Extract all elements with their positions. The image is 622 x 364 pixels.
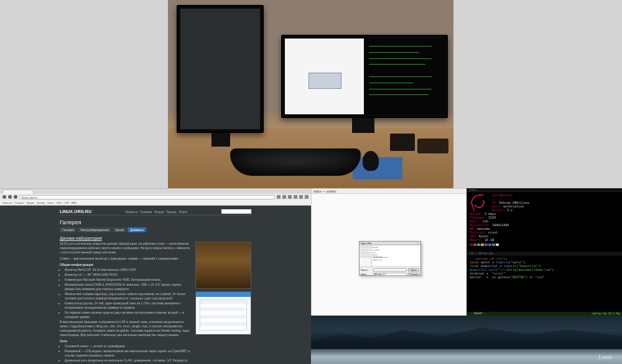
file-item[interactable]: setup.py bbox=[373, 258, 420, 260]
open-button[interactable]: Open bbox=[408, 268, 419, 271]
post-title[interactable]: Дачная лаборатория bbox=[60, 236, 251, 240]
back-icon[interactable] bbox=[2, 195, 6, 199]
terminal-editor[interactable]: vim — config.lua -- awesome wm configloc… bbox=[466, 252, 622, 316]
photo-pane-terminal bbox=[365, 39, 444, 114]
section-tab[interactable]: Галерея bbox=[60, 227, 77, 232]
terminal-neofetch[interactable]: urxvt user@debian-----------OS: Debian G… bbox=[466, 188, 622, 252]
desk-photo bbox=[168, 0, 453, 188]
bookmark-item[interactable]: Форум bbox=[27, 201, 34, 204]
extension-icon[interactable] bbox=[282, 195, 286, 199]
bookmark-item[interactable]: FAQ bbox=[72, 201, 77, 204]
photo-monitor-ultrawide-screen bbox=[285, 39, 444, 114]
nav-link[interactable]: Трекер bbox=[166, 210, 176, 214]
article-thumbnails bbox=[195, 242, 251, 364]
file-item[interactable]: src bbox=[373, 251, 420, 253]
terminal-titlebar[interactable]: vim — config.lua bbox=[467, 252, 622, 255]
article-text: 18.01.xxxx состоялось открытие дачной ла… bbox=[60, 242, 192, 364]
photo-pane-white bbox=[285, 39, 364, 114]
file-open-dialog: Open File × build config src tests READM… bbox=[359, 241, 421, 276]
list-item: Домашняя сеть разделена на несколько VLA… bbox=[65, 358, 192, 364]
paragraph: В вертикальном браузере отображается LOR… bbox=[60, 320, 192, 337]
bookmark-item[interactable]: Новости bbox=[2, 201, 12, 204]
list-item: Монитор LG — 34" 3440×1440 PIXIO bbox=[65, 273, 192, 277]
list-item: Коммутатор роутер, 2× wifi, один проводн… bbox=[65, 301, 192, 310]
file-item[interactable]: README.md bbox=[373, 256, 420, 258]
bookmark-item[interactable]: LOR bbox=[64, 201, 69, 204]
photo-keyboard bbox=[230, 148, 361, 176]
photo-stand-ultrawide bbox=[352, 118, 374, 133]
close-icon[interactable]: × bbox=[415, 242, 419, 245]
filter-label: Filter: bbox=[361, 273, 372, 276]
dialog-file-list[interactable]: build config src tests README.md setup.p… bbox=[372, 245, 420, 266]
menu-icon[interactable] bbox=[305, 195, 309, 199]
paragraph: 18.01.xxxx состоялось открытие дачной ла… bbox=[60, 242, 192, 255]
forward-icon[interactable] bbox=[8, 195, 12, 199]
photo-stand-portrait bbox=[211, 133, 230, 147]
neofetch-line: Memory: 16 GB bbox=[470, 238, 620, 242]
editor-titlebar[interactable]: editor — untitled bbox=[312, 189, 466, 194]
browser-chrome: linux.org.ru Новости Галерея Форум Треке… bbox=[0, 189, 311, 206]
editor-window: editor — untitled Open File × build conf… bbox=[311, 188, 466, 316]
debian-logo-icon bbox=[470, 193, 490, 211]
section-tab[interactable]: Неподтвержденные bbox=[78, 227, 111, 232]
list-item: Материнская плата FX99-3, RAID/SATA 2× в… bbox=[65, 283, 192, 291]
bookmarks-bar: Новости Галерея Форум Трекер Поиск Wiki … bbox=[0, 200, 311, 205]
bookmark-item[interactable]: Wiki bbox=[57, 201, 62, 204]
section-heading: Общая конфигурация bbox=[60, 263, 192, 266]
filter-select[interactable]: All files (*) bbox=[373, 273, 407, 276]
file-item[interactable]: config bbox=[373, 248, 420, 250]
list-item: Резервный — LTE модем, переключение авто… bbox=[65, 349, 192, 358]
bookmark-item[interactable]: Поиск bbox=[47, 201, 54, 204]
wallpaper-mountain bbox=[311, 322, 622, 349]
extension-icon[interactable] bbox=[288, 195, 292, 199]
file-item[interactable]: build bbox=[373, 246, 420, 248]
list-item: Монитор BenQ 24" 16:10 вертикально 1920×… bbox=[65, 268, 192, 272]
name-label: Name: bbox=[361, 268, 372, 271]
section-tab-active[interactable]: Добавить bbox=[128, 227, 146, 232]
code-line: editor = os.getenv("EDITOR") or "vim" bbox=[470, 275, 620, 279]
nav-link[interactable]: Галерея bbox=[140, 210, 152, 214]
paragraph: Слева — вертикальный монитор с браузером… bbox=[60, 257, 192, 261]
bookmark-item[interactable]: Трекер bbox=[37, 201, 45, 204]
extension-icon[interactable] bbox=[277, 195, 281, 199]
browser-toolbar: linux.org.ru bbox=[0, 194, 311, 200]
list-item: Железо всё собрано вручную, под столом, … bbox=[65, 292, 192, 301]
extension-icon[interactable] bbox=[299, 195, 303, 199]
browser-tab[interactable] bbox=[2, 189, 34, 194]
name-input[interactable] bbox=[373, 268, 407, 271]
section-tab[interactable]: Архив bbox=[113, 227, 126, 232]
extension-icon[interactable] bbox=[294, 195, 297, 199]
nav-link[interactable]: Форум bbox=[154, 210, 164, 214]
thumbnail-lab-photo[interactable] bbox=[195, 242, 251, 289]
site-title[interactable]: LINUX.ORG.RU bbox=[60, 209, 91, 214]
site-nav: Новости Галерея Форум Трекер Поиск bbox=[126, 210, 188, 214]
place-item[interactable] bbox=[360, 255, 371, 258]
section-tabs: Галерея Неподтвержденные Архив Добавить bbox=[60, 227, 251, 232]
list-item: Основной канал — оптика от провайдера bbox=[65, 344, 192, 348]
editor-statusbar: -- INSERT -- config.lua 12,1 Top bbox=[467, 312, 622, 316]
address-bar[interactable]: linux.org.ru bbox=[19, 195, 275, 199]
wallpaper-signature: Louis bbox=[598, 353, 612, 360]
bookmark-item[interactable]: Галерея bbox=[14, 201, 24, 204]
cancel-button[interactable]: Cancel bbox=[408, 273, 419, 276]
nav-link[interactable]: Поиск bbox=[179, 210, 187, 214]
browser-tabstrip[interactable] bbox=[0, 189, 311, 194]
status-position: config.lua 12,1 Top bbox=[592, 312, 620, 316]
nav-link[interactable]: Новости bbox=[126, 210, 137, 214]
page-title: Галерея bbox=[60, 219, 251, 225]
page-content[interactable]: LINUX.ORG.RU Новости Галерея Форум Треке… bbox=[0, 206, 311, 364]
list-item: Клавиатура Microsoft Natural Ergonomic 4… bbox=[65, 278, 192, 282]
photo-monitor-portrait bbox=[177, 5, 264, 133]
reload-icon[interactable] bbox=[14, 195, 17, 199]
search-input[interactable] bbox=[221, 209, 251, 214]
dialog-title: Open File bbox=[361, 242, 371, 245]
file-item[interactable]: tests bbox=[373, 253, 420, 255]
place-item[interactable] bbox=[360, 249, 371, 252]
terminal-titlebar[interactable]: urxvt bbox=[467, 188, 622, 192]
wallpaper-landscape: Louis bbox=[311, 316, 622, 364]
color-palette bbox=[470, 243, 620, 247]
place-item[interactable] bbox=[360, 252, 371, 255]
section-heading: Сети bbox=[60, 339, 192, 343]
thumbnail-scheduler[interactable] bbox=[195, 291, 251, 335]
place-item[interactable] bbox=[360, 246, 371, 248]
